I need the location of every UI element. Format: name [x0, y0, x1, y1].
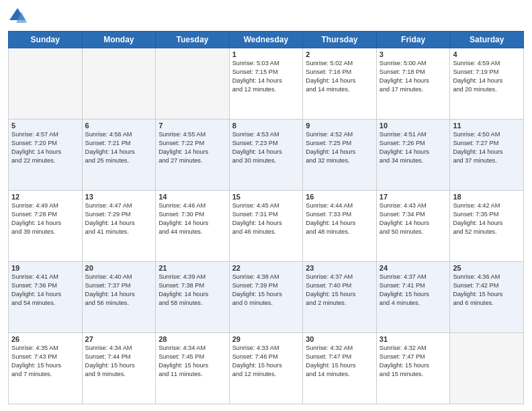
day-info: Sunrise: 4:38 AM Sunset: 7:39 PM Dayligh… — [232, 273, 300, 308]
day-number: 3 — [380, 50, 447, 58]
day-info: Sunrise: 4:49 AM Sunset: 7:28 PM Dayligh… — [11, 201, 79, 236]
calendar-table: SundayMondayTuesdayWednesdayThursdayFrid… — [8, 31, 524, 404]
day-number: 20 — [85, 264, 153, 272]
calendar-week-row: 1Sunrise: 5:03 AM Sunset: 7:15 PM Daylig… — [9, 48, 524, 120]
calendar-day-cell: 23Sunrise: 4:37 AM Sunset: 7:40 PM Dayli… — [303, 262, 377, 333]
calendar-day-cell: 28Sunrise: 4:34 AM Sunset: 7:45 PM Dayli… — [156, 333, 230, 404]
day-number: 27 — [85, 335, 153, 343]
day-number: 23 — [306, 264, 373, 272]
day-number: 31 — [380, 335, 447, 343]
day-number: 26 — [11, 335, 79, 343]
day-number: 30 — [306, 335, 373, 343]
calendar-day-cell: 4Sunrise: 4:59 AM Sunset: 7:19 PM Daylig… — [450, 48, 524, 120]
day-number: 9 — [306, 122, 373, 130]
calendar-day-header: Wednesday — [229, 32, 303, 48]
day-info: Sunrise: 4:32 AM Sunset: 7:47 PM Dayligh… — [380, 344, 447, 379]
calendar-day-cell: 21Sunrise: 4:39 AM Sunset: 7:38 PM Dayli… — [156, 262, 230, 333]
calendar-week-row: 19Sunrise: 4:41 AM Sunset: 7:36 PM Dayli… — [9, 262, 524, 333]
calendar-day-cell — [156, 48, 230, 120]
day-info: Sunrise: 4:32 AM Sunset: 7:47 PM Dayligh… — [306, 344, 373, 379]
day-number: 5 — [11, 122, 79, 130]
day-info: Sunrise: 5:03 AM Sunset: 7:15 PM Dayligh… — [232, 59, 300, 94]
day-number: 13 — [85, 193, 153, 201]
day-info: Sunrise: 4:42 AM Sunset: 7:35 PM Dayligh… — [453, 201, 521, 236]
calendar-day-header: Friday — [376, 32, 450, 48]
day-info: Sunrise: 4:43 AM Sunset: 7:34 PM Dayligh… — [380, 201, 447, 236]
day-number: 6 — [85, 122, 153, 130]
calendar-day-cell: 19Sunrise: 4:41 AM Sunset: 7:36 PM Dayli… — [9, 262, 83, 333]
calendar-day-header: Saturday — [450, 32, 524, 48]
day-number: 8 — [232, 122, 300, 130]
day-info: Sunrise: 4:57 AM Sunset: 7:20 PM Dayligh… — [11, 130, 79, 165]
calendar-day-cell: 7Sunrise: 4:55 AM Sunset: 7:22 PM Daylig… — [156, 120, 230, 191]
calendar-day-cell: 2Sunrise: 5:02 AM Sunset: 7:16 PM Daylig… — [303, 48, 377, 120]
calendar-day-cell: 31Sunrise: 4:32 AM Sunset: 7:47 PM Dayli… — [376, 333, 450, 404]
calendar-day-cell: 11Sunrise: 4:50 AM Sunset: 7:27 PM Dayli… — [450, 120, 524, 191]
day-info: Sunrise: 4:36 AM Sunset: 7:42 PM Dayligh… — [453, 273, 521, 308]
calendar-day-cell: 25Sunrise: 4:36 AM Sunset: 7:42 PM Dayli… — [450, 262, 524, 333]
day-number: 11 — [453, 122, 521, 130]
calendar-day-cell: 17Sunrise: 4:43 AM Sunset: 7:34 PM Dayli… — [376, 191, 450, 262]
day-number: 21 — [159, 264, 226, 272]
day-info: Sunrise: 4:52 AM Sunset: 7:25 PM Dayligh… — [306, 130, 373, 165]
calendar-day-cell: 22Sunrise: 4:38 AM Sunset: 7:39 PM Dayli… — [229, 262, 303, 333]
header — [8, 7, 524, 26]
calendar-day-cell: 29Sunrise: 4:33 AM Sunset: 7:46 PM Dayli… — [229, 333, 303, 404]
calendar-week-row: 5Sunrise: 4:57 AM Sunset: 7:20 PM Daylig… — [9, 120, 524, 191]
calendar-day-header: Tuesday — [156, 32, 230, 48]
calendar-day-cell: 14Sunrise: 4:46 AM Sunset: 7:30 PM Dayli… — [156, 191, 230, 262]
day-number: 2 — [306, 50, 373, 58]
calendar-day-cell: 10Sunrise: 4:51 AM Sunset: 7:26 PM Dayli… — [376, 120, 450, 191]
day-info: Sunrise: 4:47 AM Sunset: 7:29 PM Dayligh… — [85, 201, 153, 236]
calendar-day-cell: 12Sunrise: 4:49 AM Sunset: 7:28 PM Dayli… — [9, 191, 83, 262]
calendar-week-row: 26Sunrise: 4:35 AM Sunset: 7:43 PM Dayli… — [9, 333, 524, 404]
day-info: Sunrise: 4:46 AM Sunset: 7:30 PM Dayligh… — [159, 201, 226, 236]
day-info: Sunrise: 5:02 AM Sunset: 7:16 PM Dayligh… — [306, 59, 373, 94]
day-info: Sunrise: 4:34 AM Sunset: 7:45 PM Dayligh… — [159, 344, 226, 379]
calendar-day-header: Sunday — [9, 32, 83, 48]
calendar-header-row: SundayMondayTuesdayWednesdayThursdayFrid… — [9, 32, 524, 48]
day-number: 18 — [453, 193, 521, 201]
day-info: Sunrise: 4:35 AM Sunset: 7:43 PM Dayligh… — [11, 344, 79, 379]
day-number: 10 — [380, 122, 447, 130]
calendar-day-cell: 16Sunrise: 4:44 AM Sunset: 7:33 PM Dayli… — [303, 191, 377, 262]
calendar-day-cell: 6Sunrise: 4:56 AM Sunset: 7:21 PM Daylig… — [82, 120, 156, 191]
day-number: 29 — [232, 335, 300, 343]
calendar-day-cell: 26Sunrise: 4:35 AM Sunset: 7:43 PM Dayli… — [9, 333, 83, 404]
calendar-day-cell — [450, 333, 524, 404]
calendar-day-cell: 20Sunrise: 4:40 AM Sunset: 7:37 PM Dayli… — [82, 262, 156, 333]
day-info: Sunrise: 4:50 AM Sunset: 7:27 PM Dayligh… — [453, 130, 521, 165]
day-number: 28 — [159, 335, 226, 343]
day-info: Sunrise: 4:44 AM Sunset: 7:33 PM Dayligh… — [306, 201, 373, 236]
day-info: Sunrise: 4:56 AM Sunset: 7:21 PM Dayligh… — [85, 130, 153, 165]
day-info: Sunrise: 4:34 AM Sunset: 7:44 PM Dayligh… — [85, 344, 153, 379]
day-info: Sunrise: 4:45 AM Sunset: 7:31 PM Dayligh… — [232, 201, 300, 236]
calendar-day-cell: 5Sunrise: 4:57 AM Sunset: 7:20 PM Daylig… — [9, 120, 83, 191]
calendar-day-cell: 13Sunrise: 4:47 AM Sunset: 7:29 PM Dayli… — [82, 191, 156, 262]
calendar-day-cell: 8Sunrise: 4:53 AM Sunset: 7:23 PM Daylig… — [229, 120, 303, 191]
day-info: Sunrise: 4:59 AM Sunset: 7:19 PM Dayligh… — [453, 59, 521, 94]
day-info: Sunrise: 4:41 AM Sunset: 7:36 PM Dayligh… — [11, 273, 79, 308]
calendar-day-cell: 30Sunrise: 4:32 AM Sunset: 7:47 PM Dayli… — [303, 333, 377, 404]
page: SundayMondayTuesdayWednesdayThursdayFrid… — [0, 0, 532, 411]
calendar-day-cell: 27Sunrise: 4:34 AM Sunset: 7:44 PM Dayli… — [82, 333, 156, 404]
day-info: Sunrise: 4:37 AM Sunset: 7:40 PM Dayligh… — [306, 273, 373, 308]
day-info: Sunrise: 4:33 AM Sunset: 7:46 PM Dayligh… — [232, 344, 300, 379]
day-number: 15 — [232, 193, 300, 201]
calendar-day-cell — [82, 48, 156, 120]
day-number: 17 — [380, 193, 447, 201]
day-info: Sunrise: 5:00 AM Sunset: 7:18 PM Dayligh… — [380, 59, 447, 94]
day-info: Sunrise: 4:39 AM Sunset: 7:38 PM Dayligh… — [159, 273, 226, 308]
day-info: Sunrise: 4:53 AM Sunset: 7:23 PM Dayligh… — [232, 130, 300, 165]
calendar-day-cell: 1Sunrise: 5:03 AM Sunset: 7:15 PM Daylig… — [229, 48, 303, 120]
calendar-day-header: Thursday — [303, 32, 377, 48]
day-number: 1 — [232, 50, 300, 58]
calendar-day-cell: 24Sunrise: 4:37 AM Sunset: 7:41 PM Dayli… — [376, 262, 450, 333]
calendar-day-cell: 3Sunrise: 5:00 AM Sunset: 7:18 PM Daylig… — [376, 48, 450, 120]
day-number: 25 — [453, 264, 521, 272]
day-number: 22 — [232, 264, 300, 272]
logo-icon — [8, 7, 27, 26]
day-number: 16 — [306, 193, 373, 201]
day-info: Sunrise: 4:51 AM Sunset: 7:26 PM Dayligh… — [380, 130, 447, 165]
calendar-day-header: Monday — [82, 32, 156, 48]
